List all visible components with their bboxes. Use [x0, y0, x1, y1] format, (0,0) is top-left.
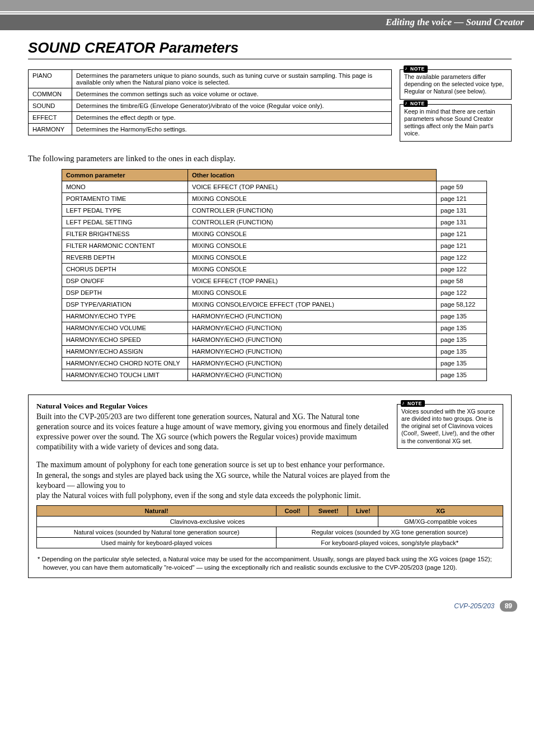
common-param: MONO	[62, 181, 188, 192]
other-location: HARMONY/ECHO (FUNCTION)	[188, 345, 437, 357]
other-location: VOICE EFFECT (TOP PANEL)	[188, 275, 437, 287]
column-header: Other location	[188, 169, 437, 181]
common-param: HARMONY/ECHO TYPE	[62, 310, 188, 322]
voice-type-table: Natural!Cool!Sweet!Live!XG Clavinova-exc…	[36, 505, 503, 548]
header-divider	[0, 12, 534, 13]
table-row: PORTAMENTO TIMEMIXING CONSOLEpage 121	[62, 192, 487, 204]
common-param: FILTER BRIGHTNESS	[62, 228, 188, 240]
common-param: HARMONY/ECHO SPEED	[62, 334, 188, 345]
page-number: 89	[500, 600, 517, 612]
page-ref: page 135	[437, 322, 487, 334]
param-name: HARMONY	[29, 124, 72, 135]
other-location: MIXING CONSOLE	[188, 287, 437, 298]
common-param: DSP DEPTH	[62, 287, 188, 298]
info-title: Natural Voices and Regular Voices	[36, 402, 390, 411]
other-location: HARMONY/ECHO (FUNCTION)	[188, 310, 437, 322]
table-row: PIANODetermines the parameters unique to…	[29, 70, 392, 88]
common-param: CHORUS DEPTH	[62, 263, 188, 275]
table-row: LEFT PEDAL SETTINGCONTROLLER (FUNCTION)p…	[62, 216, 487, 228]
common-param: HARMONY/ECHO VOLUME	[62, 322, 188, 334]
linked-parameters-table: Common parameter Other location MONOVOIC…	[62, 169, 487, 381]
table-cell: Clavinova-exclusive voices	[37, 516, 378, 527]
column-header: Sweet!	[309, 506, 348, 516]
note-icon: NOTE	[404, 100, 428, 107]
note-text: Keep in mind that there are certain para…	[404, 108, 495, 137]
page-ref: page 58,122	[437, 298, 487, 310]
note-text: The available parameters differ dependin…	[404, 73, 504, 95]
table-row: HARMONY/ECHO SPEEDHARMONY/ECHO (FUNCTION…	[62, 334, 487, 345]
common-param: REVERB DEPTH	[62, 251, 188, 263]
page-ref: page 121	[437, 240, 487, 251]
info-paragraph-2-b: play the Natural voices with full polyph…	[36, 491, 503, 501]
column-header: Cool!	[277, 506, 309, 516]
common-param: LEFT PEDAL SETTING	[62, 216, 188, 228]
other-location: MIXING CONSOLE	[188, 228, 437, 240]
table-row: LEFT PEDAL TYPECONTROLLER (FUNCTION)page…	[62, 204, 487, 216]
common-param: HARMONY/ECHO CHORD NOTE ONLY	[62, 357, 188, 369]
table-row: HARMONY/ECHO TOUCH LIMITHARMONY/ECHO (FU…	[62, 369, 487, 381]
table-row: EFFECTDetermines the effect depth or typ…	[29, 112, 392, 124]
column-header: Natural!	[37, 506, 277, 516]
table-row: HARMONY/ECHO TYPEHARMONY/ECHO (FUNCTION)…	[62, 310, 487, 322]
parameter-category-table: PIANODetermines the parameters unique to…	[28, 69, 392, 135]
other-location: CONTROLLER (FUNCTION)	[188, 216, 437, 228]
table-row: DSP ON/OFFVOICE EFFECT (TOP PANEL)page 5…	[62, 275, 487, 287]
param-name: PIANO	[29, 70, 72, 88]
param-name: SOUND	[29, 100, 72, 112]
note-box-1: NOTE The available parameters differ dep…	[400, 69, 512, 100]
table-row: FILTER BRIGHTNESSMIXING CONSOLEpage 121	[62, 228, 487, 240]
table-row: HARMONY/ECHO CHORD NOTE ONLYHARMONY/ECHO…	[62, 357, 487, 369]
table-cell: Used mainly for keyboard-played voices	[37, 538, 277, 548]
param-name: COMMON	[29, 88, 72, 100]
footer-model: CVP-205/203	[454, 602, 494, 610]
table-cell: Regular voices (sounded by XG tone gener…	[277, 527, 503, 538]
page-ref: page 121	[437, 228, 487, 240]
param-desc: Determines the Harmony/Echo settings.	[72, 124, 392, 135]
common-param: DSP TYPE/VARIATION	[62, 298, 188, 310]
breadcrumb: Editing the voice — Sound Creator	[0, 15, 534, 30]
page-ref: page 122	[437, 251, 487, 263]
other-location: MIXING CONSOLE	[188, 251, 437, 263]
param-desc: Determines the parameters unique to pian…	[72, 70, 392, 88]
table-cell: GM/XG-compatible voices	[378, 516, 503, 527]
param-desc: Determines the timbre/EG (Envelope Gener…	[72, 100, 392, 112]
info-paragraph-2-a: The maximum amount of polyphony for each…	[36, 460, 390, 491]
column-header: XG	[378, 506, 503, 516]
table-row: COMMONDetermines the common settings suc…	[29, 88, 392, 100]
note-box-2: NOTE Keep in mind that there are certain…	[400, 104, 512, 142]
other-location: VOICE EFFECT (TOP PANEL)	[188, 181, 437, 192]
page-ref: page 135	[437, 357, 487, 369]
common-param: HARMONY/ECHO ASSIGN	[62, 345, 188, 357]
table-row: HARMONY/ECHO VOLUMEHARMONY/ECHO (FUNCTIO…	[62, 322, 487, 334]
common-param: FILTER HARMONIC CONTENT	[62, 240, 188, 251]
other-location: MIXING CONSOLE	[188, 192, 437, 204]
table-row: FILTER HARMONIC CONTENTMIXING CONSOLEpag…	[62, 240, 487, 251]
page-ref: page 131	[437, 216, 487, 228]
page-ref: page 58	[437, 275, 487, 287]
common-param: LEFT PEDAL TYPE	[62, 204, 188, 216]
table-row: DSP DEPTHMIXING CONSOLEpage 122	[62, 287, 487, 298]
common-param: HARMONY/ECHO TOUCH LIMIT	[62, 369, 188, 381]
table-row: SOUNDDetermines the timbre/EG (Envelope …	[29, 100, 392, 112]
page-title: SOUND CREATOR Parameters	[28, 39, 512, 59]
table-cell: Natural voices (sounded by Natural tone …	[37, 527, 277, 538]
footnote: * Depending on the particular style sele…	[36, 555, 503, 571]
header-bar	[0, 0, 534, 11]
other-location: HARMONY/ECHO (FUNCTION)	[188, 322, 437, 334]
note-text: Voices sounded with the XG source are di…	[401, 408, 495, 444]
page-ref: page 135	[437, 369, 487, 381]
page-ref: page 121	[437, 192, 487, 204]
other-location: MIXING CONSOLE	[188, 240, 437, 251]
table-row: DSP TYPE/VARIATIONMIXING CONSOLE/VOICE E…	[62, 298, 487, 310]
common-param: DSP ON/OFF	[62, 275, 188, 287]
param-desc: Determines the effect depth or type.	[72, 112, 392, 124]
page-ref: page 135	[437, 310, 487, 322]
table-row: HARMONY/ECHO ASSIGNHARMONY/ECHO (FUNCTIO…	[62, 345, 487, 357]
table-row: MONOVOICE EFFECT (TOP PANEL)page 59	[62, 181, 487, 192]
linked-parameters-intro: The following parameters are linked to t…	[28, 154, 512, 163]
column-header: Live!	[348, 506, 378, 516]
note-icon: NOTE	[401, 400, 425, 407]
page-ref: page 59	[437, 181, 487, 192]
column-header: Common parameter	[62, 169, 188, 181]
other-location: MIXING CONSOLE/VOICE EFFECT (TOP PANEL)	[188, 298, 437, 310]
